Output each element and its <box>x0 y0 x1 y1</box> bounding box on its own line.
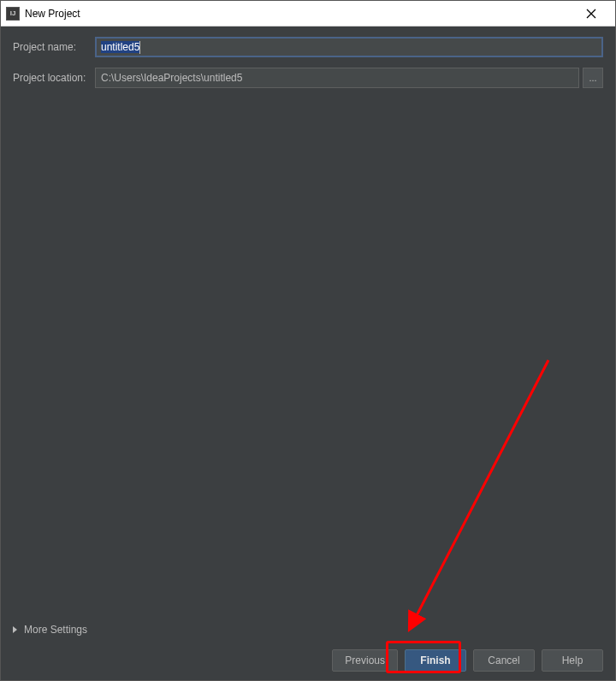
project-name-label: Project name: <box>13 41 95 53</box>
project-location-row: Project location: ... <box>13 68 603 88</box>
intellij-icon: IJ <box>6 7 20 21</box>
annotation-arrow-icon <box>377 352 566 643</box>
project-name-value: untitled5 <box>101 41 139 53</box>
svg-line-2 <box>412 360 548 625</box>
project-name-input[interactable]: untitled5 <box>95 37 603 57</box>
new-project-dialog: IJ New Project Project name: untitled5 P… <box>0 0 616 681</box>
text-caret <box>139 41 140 54</box>
close-button[interactable] <box>574 2 608 26</box>
help-button[interactable]: Help <box>542 649 603 672</box>
browse-button[interactable]: ... <box>583 68 603 88</box>
titlebar: IJ New Project <box>1 1 615 27</box>
more-settings-label: More Settings <box>24 624 87 636</box>
finish-button[interactable]: Finish <box>405 649 466 672</box>
project-name-row: Project name: untitled5 <box>13 37 603 57</box>
project-location-label: Project location: <box>13 72 95 84</box>
previous-button[interactable]: Previous <box>332 649 398 672</box>
expand-right-icon <box>13 626 17 633</box>
button-bar: Previous Finish Cancel Help <box>332 649 603 672</box>
form-area: Project name: untitled5 Project location… <box>1 27 615 98</box>
window-title: New Project <box>25 8 574 20</box>
close-icon <box>586 9 596 19</box>
dialog-content: Project name: untitled5 Project location… <box>1 27 615 680</box>
project-location-input[interactable] <box>95 68 579 88</box>
more-settings-toggle[interactable]: More Settings <box>13 624 87 636</box>
cancel-button[interactable]: Cancel <box>473 649 535 672</box>
